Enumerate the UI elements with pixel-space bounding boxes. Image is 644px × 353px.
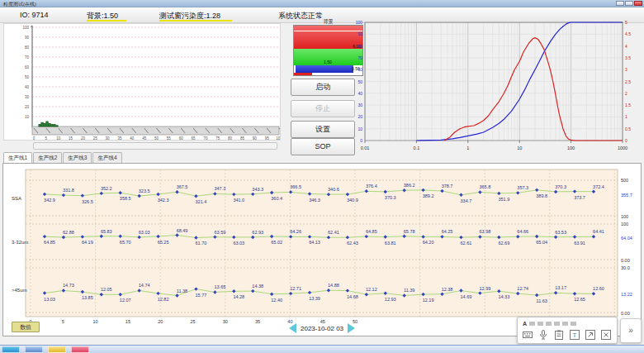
svg-text:1: 1: [625, 114, 627, 119]
svg-text:63.53: 63.53: [555, 230, 566, 235]
close-icon[interactable]: [634, 1, 642, 6]
svg-text:12.71: 12.71: [290, 286, 301, 291]
clipboard-icon[interactable]: [553, 329, 564, 340]
app-window: 粒度测试(在线) IO: 9714 背景:1.50 测试窗污染度:1.28 系统…: [0, 0, 644, 353]
svg-text:12.93: 12.93: [385, 297, 396, 302]
svg-text:14.74: 14.74: [139, 283, 150, 288]
page-box-icon[interactable]: [585, 329, 595, 340]
svg-text:373.7: 373.7: [574, 195, 585, 200]
trend-panel: 05101520253035404550342.9331.8326.5352.2…: [2, 163, 642, 336]
svg-text:14.33: 14.33: [498, 294, 509, 299]
svg-text:347.3: 347.3: [214, 186, 225, 191]
svg-text:14.38: 14.38: [252, 284, 263, 289]
svg-text:12.19: 12.19: [423, 298, 434, 303]
svg-text:63.03: 63.03: [139, 230, 150, 235]
svg-text:357.3: 357.3: [517, 185, 528, 190]
svg-text:12.40: 12.40: [271, 298, 282, 303]
svg-text:13.17: 13.17: [555, 285, 566, 290]
svg-text:70: 70: [203, 136, 208, 140]
taskbar-app-red[interactable]: [71, 346, 89, 353]
svg-text:340.9: 340.9: [347, 198, 358, 203]
svg-text:30: 30: [223, 319, 228, 324]
svg-text:30: 30: [358, 103, 362, 107]
svg-text:100: 100: [276, 136, 280, 140]
ime-icon-row: T: [522, 329, 611, 340]
background-underline: [87, 20, 126, 21]
svg-text:3-32um: 3-32um: [12, 240, 28, 245]
svg-text:35: 35: [117, 136, 122, 140]
tab-production-line-3[interactable]: 生产线3: [63, 152, 92, 163]
svg-text:334.7: 334.7: [461, 198, 472, 203]
numeric-view-button[interactable]: 数值: [12, 322, 40, 332]
svg-text:12.74: 12.74: [517, 286, 528, 291]
svg-text:80: 80: [25, 45, 30, 50]
svg-text:65.83: 65.83: [101, 229, 112, 234]
settings-button[interactable]: 设置: [291, 121, 355, 138]
svg-text:40: 40: [358, 91, 362, 96]
svg-text:5: 5: [62, 319, 64, 324]
sop-button[interactable]: SOP: [291, 138, 355, 155]
svg-text:1: 1: [466, 145, 469, 150]
svg-text:360.4: 360.4: [271, 196, 282, 201]
svg-text:80: 80: [358, 44, 362, 49]
ime-mode-letter[interactable]: A: [523, 321, 527, 327]
svg-text:50: 50: [25, 75, 30, 79]
tab-production-line-2[interactable]: 生产线2: [33, 152, 62, 163]
svg-text:65: 65: [192, 136, 197, 140]
svg-text:0.00: 0.00: [621, 311, 630, 316]
close-box-icon[interactable]: [600, 329, 611, 340]
svg-text:351.9: 351.9: [498, 197, 509, 202]
svg-text:14.88: 14.88: [328, 283, 339, 288]
svg-text:3: 3: [625, 67, 627, 72]
svg-text:4: 4: [625, 44, 627, 49]
text-box-icon[interactable]: T: [569, 329, 580, 340]
svg-text:85: 85: [240, 136, 245, 140]
svg-text:80: 80: [228, 136, 233, 140]
microphone-icon[interactable]: [537, 329, 548, 340]
svg-text:62.43: 62.43: [347, 241, 358, 246]
svg-text:365.8: 365.8: [480, 184, 491, 189]
svg-text:1000: 1000: [618, 145, 627, 150]
svg-text:90: 90: [358, 31, 362, 36]
start-button[interactable]: 启动: [291, 79, 355, 96]
svg-text:13.22: 13.22: [621, 292, 632, 297]
svg-text:370.3: 370.3: [555, 184, 566, 189]
minimize-button[interactable]: [616, 1, 624, 6]
next-date-arrow-icon[interactable]: [348, 323, 355, 333]
svg-text:13.39: 13.39: [309, 296, 320, 301]
tab-production-line-4[interactable]: 生产线4: [92, 152, 121, 163]
svg-text:70: 70: [358, 55, 362, 60]
prev-date-arrow-icon[interactable]: [289, 323, 296, 333]
svg-text:386.2: 386.2: [404, 183, 415, 188]
maximize-button[interactable]: [625, 1, 633, 6]
stop-button[interactable]: 停止: [291, 100, 355, 117]
start-button[interactable]: [2, 346, 20, 353]
taskbar-app-folder[interactable]: [48, 346, 66, 353]
svg-text:62.69: 62.69: [498, 241, 509, 246]
svg-text:11.39: 11.39: [404, 288, 414, 293]
svg-text:30.0: 30.0: [621, 265, 630, 270]
svg-text:63.81: 63.81: [385, 241, 396, 246]
svg-text:0.00: 0.00: [621, 258, 630, 263]
svg-text:14.73: 14.73: [63, 283, 74, 288]
histogram-scrollbar[interactable]: [33, 142, 277, 150]
svg-text:30: 30: [106, 136, 111, 140]
svg-text:75: 75: [215, 136, 220, 140]
svg-text:62.93: 62.93: [252, 230, 263, 235]
svg-text:64.20: 64.20: [423, 240, 434, 245]
svg-text:25: 25: [190, 319, 195, 324]
taskbar-app-window[interactable]: [25, 346, 43, 353]
svg-text:0: 0: [625, 138, 627, 143]
toolbar-overflow-chevron[interactable]: »: [620, 318, 642, 343]
tab-production-line-1[interactable]: 生产线1: [3, 152, 32, 163]
current-date: 2023-10-02 03: [301, 325, 343, 332]
svg-text:70: 70: [25, 55, 30, 60]
svg-text:14.68: 14.68: [347, 294, 358, 299]
svg-text:90: 90: [253, 136, 258, 140]
svg-text:0.5: 0.5: [625, 126, 631, 131]
svg-text:13.65: 13.65: [214, 284, 225, 289]
keyboard-icon[interactable]: [522, 329, 533, 340]
svg-text:20: 20: [358, 114, 362, 119]
svg-text:1.5: 1.5: [625, 103, 631, 107]
svg-text:100: 100: [621, 214, 628, 219]
